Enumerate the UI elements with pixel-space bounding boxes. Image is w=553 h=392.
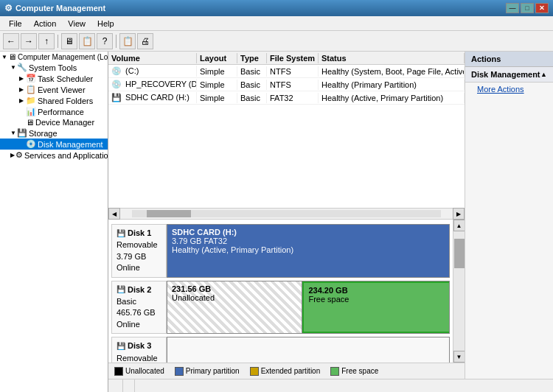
row2-type: Basic bbox=[237, 80, 267, 90]
row3-layout: Simple bbox=[197, 93, 237, 103]
table-row[interactable]: 💿 HP_RECOVERY (D:) Simple Basic NTFS Hea… bbox=[108, 78, 465, 91]
tree-label-storage: Storage bbox=[29, 129, 58, 138]
tree-icon-shared: 📁 bbox=[26, 96, 36, 105]
legend: Unallocated Primary partition Extended p… bbox=[108, 363, 465, 379]
tree-item-services[interactable]: ▶ ⚙ Services and Applications bbox=[0, 150, 108, 161]
disk2-status: Online bbox=[116, 319, 161, 330]
close-button[interactable]: ✕ bbox=[535, 3, 549, 13]
col-header-status: Status bbox=[319, 53, 465, 63]
table-row[interactable]: 💿 (C:) Simple Basic NTFS Healthy (System… bbox=[108, 65, 465, 78]
tree-item-task-scheduler[interactable]: ▶ 📅 Task Scheduler bbox=[0, 73, 108, 84]
disk1-type: Removable bbox=[116, 239, 161, 251]
row1-status: Healthy (System, Boot, Page File, Active… bbox=[319, 66, 465, 77]
title-bar-title: Computer Management bbox=[15, 4, 105, 13]
scroll-left-button[interactable]: ◀ bbox=[108, 208, 120, 220]
help-button[interactable]: ? bbox=[97, 33, 113, 49]
status-segment-2 bbox=[123, 379, 135, 392]
center-content: Volume Layout Type File System Status 💿 … bbox=[108, 52, 465, 379]
disk1-hdd-icon: 💾 bbox=[116, 228, 125, 239]
scroll-thumb[interactable] bbox=[454, 239, 465, 268]
maximize-button[interactable]: □ bbox=[521, 3, 534, 13]
properties-button[interactable]: 📋 bbox=[79, 33, 95, 49]
title-bar: ⚙ Computer Management — □ ✕ bbox=[0, 0, 553, 16]
scrollbar-thumb[interactable] bbox=[147, 210, 191, 217]
action-section-label: Disk Management bbox=[471, 70, 540, 79]
expand-arrow-storage: ▼ bbox=[10, 130, 16, 136]
disk2-partition-unallocated[interactable]: 231.56 GB Unallocated bbox=[167, 281, 302, 334]
scroll-up-button[interactable]: ▲ bbox=[453, 220, 465, 231]
tree-item-storage[interactable]: ▼ 💾 Storage bbox=[0, 127, 108, 139]
expand-arrow-event: ▶ bbox=[19, 86, 25, 93]
create-button[interactable]: 🖨 bbox=[137, 33, 153, 49]
scroll-right-button[interactable]: ▶ bbox=[453, 208, 465, 220]
expand-arrow-shared: ▶ bbox=[19, 97, 25, 104]
table-body: 💿 (C:) Simple Basic NTFS Healthy (System… bbox=[108, 65, 465, 208]
disk3-label: 💾 Disk 3 Removable No Media bbox=[111, 337, 167, 363]
row1-filesystem: NTFS bbox=[267, 66, 319, 77]
row1-type: Basic bbox=[237, 66, 267, 77]
tree-item-performance[interactable]: 📊 Performance bbox=[0, 106, 108, 117]
disk2-size: 465.76 GB bbox=[116, 307, 161, 318]
scroll-track bbox=[453, 231, 465, 351]
legend-box-free bbox=[330, 367, 339, 376]
tree-icon-event: 📋 bbox=[26, 85, 36, 94]
disk1-size: 3.79 GB bbox=[116, 251, 161, 262]
tree-label-task-scheduler: Task Scheduler bbox=[38, 74, 93, 83]
scroll-down-button[interactable]: ▼ bbox=[453, 351, 465, 363]
disk3-row: 💾 Disk 3 Removable No Media bbox=[111, 337, 450, 363]
vertical-scrollbar: ▲ ▼ bbox=[453, 220, 465, 363]
tree-label-event-viewer: Event Viewer bbox=[38, 85, 86, 94]
disk2-partition-freespace[interactable]: 234.20 GB Free space bbox=[302, 281, 449, 334]
back-button[interactable]: ← bbox=[3, 33, 19, 49]
minimize-button[interactable]: — bbox=[506, 3, 519, 13]
tree-item-device-manager[interactable]: 🖥 Device Manager bbox=[0, 117, 108, 127]
actions-header: Actions bbox=[465, 52, 553, 67]
disk1-label: 💾 Disk 1 Removable 3.79 GB Online bbox=[111, 224, 167, 278]
disk1-partition-sdhc[interactable]: SDHC CARD (H:) 3.79 GB FAT32 Healthy (Ac… bbox=[167, 225, 449, 277]
tree-item-event-viewer[interactable]: ▶ 📋 Event Viewer bbox=[0, 84, 108, 95]
tree-icon-services: ⚙ bbox=[15, 150, 23, 160]
menu-view[interactable]: View bbox=[62, 18, 91, 29]
toolbar-separator-1 bbox=[58, 35, 58, 48]
disk1-status: Online bbox=[116, 262, 161, 273]
tree-icon-system: 🔧 bbox=[17, 63, 27, 72]
action-more-actions[interactable]: More Actions bbox=[465, 83, 553, 96]
menu-file[interactable]: File bbox=[3, 18, 28, 29]
toolbar: ← → ↑ 🖥 📋 ? 📋 🖨 bbox=[0, 31, 553, 52]
disk3-partitions bbox=[167, 337, 450, 363]
up-button[interactable]: ↑ bbox=[38, 33, 55, 49]
legend-box-unallocated bbox=[114, 367, 123, 376]
tree-label-services: Services and Applications bbox=[24, 151, 108, 160]
tree-label-computer-management: Computer Management (Local) bbox=[18, 53, 108, 61]
expand-arrow: ▼ bbox=[1, 54, 7, 60]
tree-item-disk-management[interactable]: 💿 Disk Management bbox=[0, 139, 108, 150]
table-header: Volume Layout Type File System Status bbox=[108, 52, 465, 65]
partition-label-free: Free space bbox=[308, 295, 445, 304]
disk-content: 💾 Disk 1 Removable 3.79 GB Online SDHC C… bbox=[108, 220, 453, 363]
legend-box-extended bbox=[250, 367, 259, 376]
disk3-hdd-icon: 💾 bbox=[116, 341, 125, 351]
menu-action[interactable]: Action bbox=[28, 18, 63, 29]
forward-button[interactable]: → bbox=[21, 33, 37, 49]
tree-item-shared-folders[interactable]: ▶ 📁 Shared Folders bbox=[0, 95, 108, 106]
action-section-disk-management: Disk Management ▲ bbox=[465, 67, 553, 83]
disk-icon-h: 💾 bbox=[111, 93, 122, 102]
show-hide-button[interactable]: 🖥 bbox=[61, 33, 77, 49]
action-section-arrow: ▲ bbox=[540, 71, 547, 78]
disk1-row: 💾 Disk 1 Removable 3.79 GB Online SDHC C… bbox=[111, 224, 450, 278]
menu-help[interactable]: Help bbox=[91, 18, 120, 29]
legend-free: Free space bbox=[330, 367, 378, 376]
row2-layout: Simple bbox=[197, 80, 237, 90]
tree-icon-device: 🖥 bbox=[26, 118, 34, 127]
table-row[interactable]: 💾 SDHC CARD (H:) Simple Basic FAT32 Heal… bbox=[108, 91, 465, 105]
tree-item-system-tools[interactable]: ▼ 🔧 System Tools bbox=[0, 62, 108, 73]
tree-label-disk-management: Disk Management bbox=[38, 140, 103, 149]
horizontal-scrollbar[interactable]: ◀ ▶ bbox=[108, 208, 465, 220]
tree-item-computer-management[interactable]: ▼ 🖥 Computer Management (Local) bbox=[0, 52, 108, 62]
export-button[interactable]: 📋 bbox=[119, 33, 136, 49]
row2-filesystem: NTFS bbox=[267, 80, 319, 90]
disk2-hdd-icon: 💾 bbox=[116, 284, 125, 295]
expand-arrow-task: ▶ bbox=[19, 75, 25, 82]
disk2-partitions: 231.56 GB Unallocated 234.20 GB Free spa… bbox=[167, 281, 450, 335]
partition-size-free: 234.20 GB bbox=[308, 286, 445, 295]
